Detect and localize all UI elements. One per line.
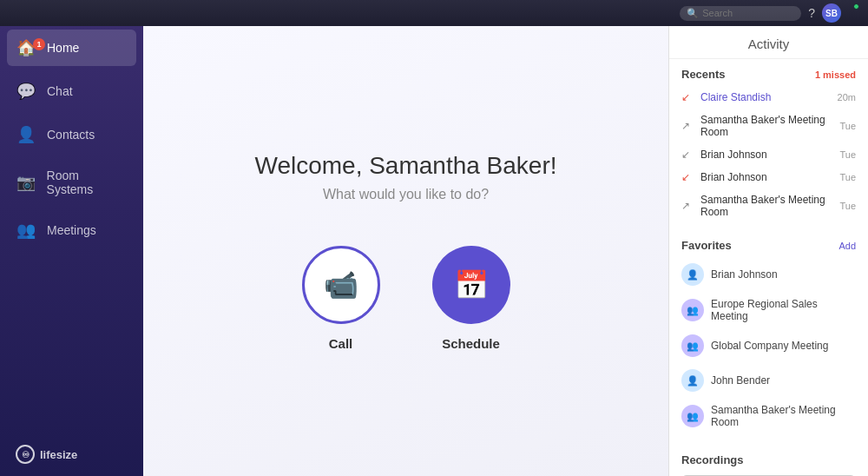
fav-name-0: Brian Johnson	[711, 268, 778, 281]
help-icon[interactable]: ?	[808, 6, 815, 20]
lifesize-logo-circle: ♾	[16, 445, 35, 464]
action-buttons: 📹 Call 📅 Schedule	[302, 246, 510, 351]
recordings-label: Recordings	[681, 453, 856, 466]
recent-time-0: 20m	[838, 92, 856, 102]
recent-time-1: Tue	[839, 121, 856, 131]
call-button[interactable]: 📹 Call	[302, 246, 380, 351]
recent-time-3: Tue	[839, 172, 856, 182]
right-panel: Activity Recents 1 missed ↙ Claire Stand…	[668, 26, 868, 476]
welcome-title: Welcome, Samantha Baker!	[254, 152, 556, 180]
incoming-icon-2: ↙	[681, 149, 694, 161]
favorites-label: Favorites	[681, 239, 732, 252]
add-favorite-button[interactable]: Add	[838, 241, 856, 251]
sidebar-item-contacts[interactable]: 👤 Contacts	[0, 113, 143, 156]
fav-avatar-0: 👤	[681, 263, 704, 286]
outgoing-icon-4: ↗	[681, 200, 694, 212]
search-icon: 🔍	[687, 8, 699, 19]
recent-item-0[interactable]: ↙ Claire Standish 20m	[669, 86, 868, 109]
fav-name-1: Europe Regional Sales Meeting	[711, 298, 856, 322]
sidebar-logo: ♾ lifesize	[0, 433, 143, 476]
schedule-button[interactable]: 📅 Schedule	[432, 246, 510, 351]
sidebar-item-chat[interactable]: 💬 Chat	[0, 69, 143, 113]
sidebar-home-label: Home	[47, 41, 79, 55]
fav-item-0[interactable]: 👤 Brian Johnson	[669, 257, 868, 292]
topbar: 🔍 ? SB	[0, 0, 868, 26]
recordings-section: Recordings View Recordings	[669, 445, 868, 476]
fav-name-4: Samantha Baker's Meeting Room	[711, 404, 856, 428]
recent-item-1[interactable]: ↗ Samantha Baker's Meeting Room Tue	[669, 109, 868, 143]
recent-time-4: Tue	[839, 201, 856, 211]
recent-item-2[interactable]: ↙ Brian Johnson Tue	[669, 143, 868, 166]
sidebar: 🏠 Home 1 💬 Chat 👤 Contacts 📷 Room System…	[0, 26, 143, 476]
recent-name-4: Samantha Baker's Meeting Room	[700, 194, 832, 218]
missed-call-icon-0: ↙	[681, 91, 694, 103]
contacts-icon: 👤	[16, 125, 36, 144]
content-area: Welcome, Samantha Baker! What would you …	[143, 26, 668, 476]
meetings-icon: 👥	[16, 221, 36, 240]
recents-label: Recents	[681, 68, 726, 81]
fav-avatar-4: 👥	[681, 405, 704, 427]
fav-name-2: Global Company Meeting	[711, 340, 828, 352]
sidebar-room-systems-label: Room Systems	[47, 169, 128, 196]
sidebar-item-home[interactable]: 🏠 Home 1	[7, 30, 136, 66]
fav-avatar-2: 👥	[681, 334, 704, 357]
recent-item-4[interactable]: ↗ Samantha Baker's Meeting Room Tue	[669, 188, 868, 223]
recent-name-2: Brian Johnson	[700, 149, 832, 161]
schedule-circle: 📅	[432, 246, 510, 324]
missed-icon-3: ↙	[681, 171, 694, 183]
sidebar-chat-label: Chat	[47, 84, 73, 98]
fav-avatar-1: 👥	[681, 299, 704, 321]
sidebar-contacts-label: Contacts	[47, 128, 95, 142]
outgoing-icon-1: ↗	[681, 120, 694, 132]
fav-avatar-3: 👤	[681, 369, 704, 392]
missed-badge: 1 missed	[815, 69, 856, 80]
fav-item-2[interactable]: 👥 Global Company Meeting	[669, 328, 868, 363]
main-layout: 🏠 Home 1 💬 Chat 👤 Contacts 📷 Room System…	[0, 26, 868, 476]
chat-icon: 💬	[16, 82, 36, 101]
search-box[interactable]: 🔍	[680, 6, 801, 21]
sidebar-meetings-label: Meetings	[47, 223, 96, 237]
favorites-header: Favorites Add	[669, 230, 868, 257]
welcome-subtitle: What would you like to do?	[323, 187, 489, 202]
schedule-label: Schedule	[442, 336, 500, 351]
sidebar-item-meetings[interactable]: 👥 Meetings	[0, 208, 143, 252]
room-systems-icon: 📷	[16, 173, 36, 192]
call-label: Call	[329, 336, 353, 351]
recent-item-3[interactable]: ↙ Brian Johnson Tue	[669, 166, 868, 188]
fav-name-3: John Bender	[711, 374, 770, 387]
recent-time-2: Tue	[839, 149, 856, 160]
fav-item-4[interactable]: 👥 Samantha Baker's Meeting Room	[669, 398, 868, 434]
call-circle: 📹	[302, 246, 380, 324]
recent-name-0: Claire Standish	[700, 91, 831, 103]
activity-title: Activity	[669, 26, 868, 59]
avatar[interactable]: SB	[822, 3, 841, 23]
recents-header: Recents 1 missed	[669, 59, 868, 86]
home-badge: 1	[33, 38, 45, 50]
recent-name-3: Brian Johnson	[700, 171, 832, 183]
fav-item-1[interactable]: 👥 Europe Regional Sales Meeting	[669, 292, 868, 328]
sidebar-item-room-systems[interactable]: 📷 Room Systems	[0, 156, 143, 208]
fav-item-3[interactable]: 👤 John Bender	[669, 363, 868, 398]
logo-text: lifesize	[40, 448, 77, 461]
search-input[interactable]	[702, 8, 789, 18]
recent-name-1: Samantha Baker's Meeting Room	[700, 114, 832, 138]
online-indicator	[853, 3, 859, 10]
